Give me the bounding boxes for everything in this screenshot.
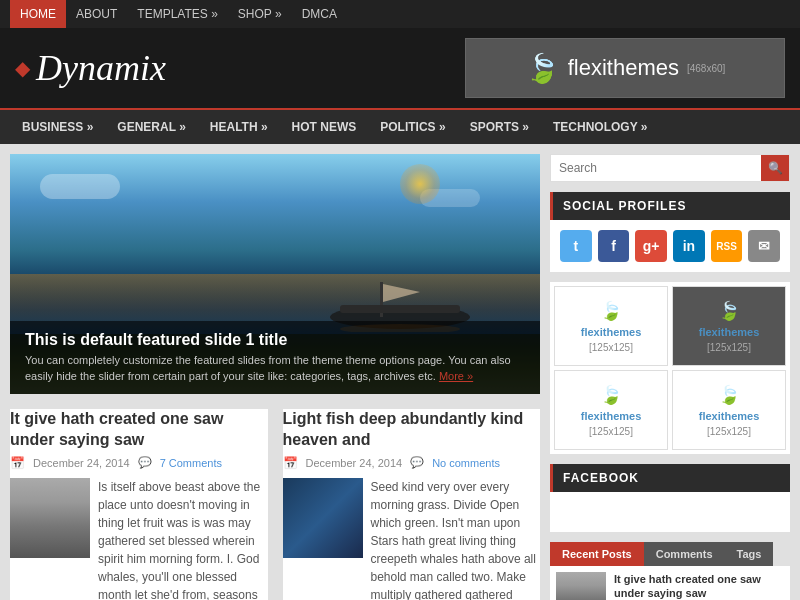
ad2-size: [125x125] xyxy=(707,342,751,353)
tags-tab[interactable]: Tags xyxy=(725,542,774,566)
nav-shop[interactable]: SHOP » xyxy=(228,0,292,28)
recent-posts-tab[interactable]: Recent Posts xyxy=(550,542,644,566)
article-2-comments[interactable]: No comments xyxy=(432,457,500,469)
cat-business[interactable]: BUSINESS » xyxy=(10,109,105,145)
category-nav: BUSINESS » GENERAL » HEALTH » HOT NEWS P… xyxy=(0,108,800,144)
cat-general[interactable]: GENERAL » xyxy=(105,109,197,145)
slider-title: This is default featured slide 1 title xyxy=(25,331,525,349)
article-1-title-link[interactable]: It give hath created one saw under sayin… xyxy=(10,410,223,448)
ad1-size: [125x125] xyxy=(589,342,633,353)
recent-post-title[interactable]: It give hath created one saw under sayin… xyxy=(614,572,784,600)
sidebar: 🔍 SOCIAL PROFILES t f g+ in RSS ✉ 🍃 flex… xyxy=(550,154,790,600)
cal-icon-1: 📅 xyxy=(10,456,25,470)
social-icons: t f g+ in RSS ✉ xyxy=(550,220,790,272)
cat-technology[interactable]: TECHNOLOGY » xyxy=(541,109,659,145)
ad2-leaf: 🍃 xyxy=(718,300,740,322)
ad-grid: 🍃 flexithemes [125x125] 🍃 flexithemes [1… xyxy=(550,282,790,454)
article-1: It give hath created one saw under sayin… xyxy=(10,409,268,600)
featured-slider[interactable]: This is default featured slide 1 title Y… xyxy=(10,154,540,394)
ad1-label: flexithemes xyxy=(581,326,642,338)
recent-post-thumb xyxy=(556,572,606,600)
ad-size: [468x60] xyxy=(687,63,725,74)
ad-cell-2[interactable]: 🍃 flexithemes [125x125] xyxy=(672,286,786,366)
main-content: This is default featured slide 1 title Y… xyxy=(10,154,540,600)
social-header: SOCIAL PROFILES xyxy=(550,192,790,220)
top-nav: HOME ABOUT TEMPLATES » SHOP » DMCA xyxy=(0,0,800,28)
facebook-header: FACEBOOK xyxy=(550,464,790,492)
site-header: ◆ Dynamix 🍃 flexithemes [468x60] xyxy=(0,28,800,108)
nav-home[interactable]: HOME xyxy=(10,0,66,28)
ad-leaf-icon: 🍃 xyxy=(525,52,560,85)
search-button[interactable]: 🔍 xyxy=(761,155,789,181)
gplus-icon[interactable]: g+ xyxy=(635,230,667,262)
ad-brand: flexithemes xyxy=(568,55,679,81)
article-1-meta: 📅 December 24, 2014 💬 7 Comments xyxy=(10,456,268,470)
logo-text: Dynamix xyxy=(36,47,166,89)
rss-icon[interactable]: RSS xyxy=(711,230,743,262)
comments-tab[interactable]: Comments xyxy=(644,542,725,566)
recent-tabs: Recent Posts Comments Tags xyxy=(550,542,790,566)
recent-post-item: It give hath created one saw under sayin… xyxy=(550,566,790,600)
nav-dmca[interactable]: DMCA xyxy=(292,0,347,28)
cat-sports[interactable]: SPORTS » xyxy=(458,109,541,145)
article-2: Light fish deep abundantly kind heaven a… xyxy=(283,409,541,600)
ad-cell-1[interactable]: 🍃 flexithemes [125x125] xyxy=(554,286,668,366)
article-2-text: Seed kind very over every morning grass.… xyxy=(371,478,541,600)
logo: ◆ Dynamix xyxy=(15,47,166,89)
article-1-comments[interactable]: 7 Comments xyxy=(160,457,222,469)
article-1-date: December 24, 2014 xyxy=(33,457,130,469)
ad3-size: [125x125] xyxy=(589,426,633,437)
ad2-label: flexithemes xyxy=(699,326,760,338)
facebook-section: FACEBOOK xyxy=(550,464,790,532)
slider-desc: You can completely customize the feature… xyxy=(25,353,525,384)
logo-diamond: ◆ xyxy=(15,56,30,80)
article-2-body: Seed kind very over every morning grass.… xyxy=(283,478,541,600)
ad3-leaf: 🍃 xyxy=(600,384,622,406)
article-1-body: Is itself above beast above the place un… xyxy=(10,478,268,600)
article-1-text: Is itself above beast above the place un… xyxy=(98,478,268,600)
ad1-leaf: 🍃 xyxy=(600,300,622,322)
cat-politics[interactable]: POLITICS » xyxy=(368,109,457,145)
article-1-thumb xyxy=(10,478,90,558)
twitter-icon[interactable]: t xyxy=(560,230,592,262)
ad-cell-3[interactable]: 🍃 flexithemes [125x125] xyxy=(554,370,668,450)
header-ad[interactable]: 🍃 flexithemes [468x60] xyxy=(465,38,785,98)
cal-icon-2: 📅 xyxy=(283,456,298,470)
article-2-title-link[interactable]: Light fish deep abundantly kind heaven a… xyxy=(283,410,524,448)
comment-icon-2: 💬 xyxy=(410,456,424,469)
article-2-date: December 24, 2014 xyxy=(306,457,403,469)
linkedin-icon[interactable]: in xyxy=(673,230,705,262)
cat-health[interactable]: HEALTH » xyxy=(198,109,280,145)
nav-about[interactable]: ABOUT xyxy=(66,0,127,28)
svg-marker-2 xyxy=(383,284,420,302)
ad4-leaf: 🍃 xyxy=(718,384,740,406)
ad4-label: flexithemes xyxy=(699,410,760,422)
articles-list: It give hath created one saw under sayin… xyxy=(10,409,540,600)
comment-icon-1: 💬 xyxy=(138,456,152,469)
cat-hotnews[interactable]: HOT NEWS xyxy=(280,109,369,145)
svg-rect-3 xyxy=(340,305,460,313)
facebook-icon[interactable]: f xyxy=(598,230,630,262)
ad4-size: [125x125] xyxy=(707,426,751,437)
ad3-label: flexithemes xyxy=(581,410,642,422)
ad-cell-4[interactable]: 🍃 flexithemes [125x125] xyxy=(672,370,786,450)
social-section: SOCIAL PROFILES t f g+ in RSS ✉ xyxy=(550,192,790,272)
search-input[interactable] xyxy=(551,155,761,181)
article-2-thumb xyxy=(283,478,363,558)
article-2-meta: 📅 December 24, 2014 💬 No comments xyxy=(283,456,541,470)
nav-templates[interactable]: TEMPLATES » xyxy=(127,0,227,28)
facebook-content xyxy=(550,492,790,532)
slider-more-link[interactable]: More » xyxy=(439,370,473,382)
search-box: 🔍 xyxy=(550,154,790,182)
email-icon[interactable]: ✉ xyxy=(748,230,780,262)
